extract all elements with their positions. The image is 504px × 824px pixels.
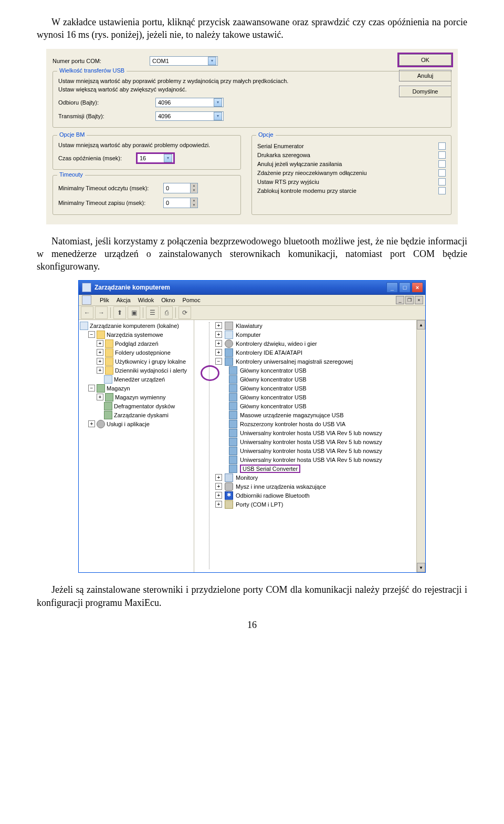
expand-icon[interactable]: + [97, 358, 103, 365]
spinner-down-icon[interactable]: ▼ [190, 188, 197, 193]
expand-icon[interactable]: + [97, 340, 103, 347]
minimize-button[interactable]: _ [386, 282, 398, 293]
list-item-label: Główny koncentrator USB [240, 403, 307, 409]
option-label: Ustaw RTS przy wyjściu [257, 179, 319, 185]
list-item[interactable]: Główny koncentrator USB [215, 384, 425, 393]
tree-pane[interactable]: Zarządzanie komputerem (lokalne) −Narzęd… [79, 320, 194, 572]
list-item[interactable]: −Kontrolery uniwersalnej magistrali szer… [215, 357, 425, 366]
collapse-icon[interactable]: − [215, 358, 222, 365]
tree-item[interactable]: Magazyn wymienny [115, 394, 166, 400]
list-item[interactable]: Uniwersalny kontroler hosta USB VIA Rev … [215, 455, 425, 464]
scroll-up-icon[interactable]: ▲ [417, 320, 425, 329]
expand-icon[interactable]: + [215, 474, 222, 481]
list-item[interactable]: Uniwersalny kontroler hosta USB VIA Rev … [215, 428, 425, 437]
option-checkbox[interactable] [438, 187, 446, 194]
expand-icon[interactable]: + [97, 367, 103, 374]
tree-root[interactable]: Zarządzanie komputerem (lokalne) [90, 323, 179, 329]
expand-icon[interactable]: + [215, 322, 222, 329]
list-item[interactable]: Uniwersalny kontroler hosta USB VIA Rev … [215, 437, 425, 446]
tree-item[interactable]: Defragmentator dysków [114, 403, 175, 409]
list-item[interactable]: +Mysz i inne urządzenia wskazujące [215, 482, 425, 491]
show-hide-button[interactable]: ▣ [128, 306, 140, 319]
usb-icon [229, 465, 237, 473]
list-item[interactable]: Główny koncentrator USB [215, 375, 425, 384]
menu-item-window[interactable]: Okno [161, 297, 175, 303]
list-item[interactable]: Główny koncentrator USB [215, 366, 425, 375]
mdi-restore-button[interactable]: ❐ [405, 296, 414, 304]
option-checkbox[interactable] [438, 178, 446, 186]
close-button[interactable]: × [412, 282, 423, 293]
vertical-scrollbar[interactable]: ▲ ▼ [416, 320, 425, 572]
menu-item-view[interactable]: Widok [138, 297, 154, 303]
list-pane[interactable]: +Klawiatury+Komputer+Kontrolery dźwięku,… [194, 320, 425, 572]
gear-icon [225, 339, 233, 348]
list-item[interactable]: Rozszerzony kontroler hosta do USB VIA [215, 419, 425, 428]
tree-item[interactable]: Podgląd zdarzeń [115, 341, 159, 347]
option-checkbox[interactable] [438, 151, 446, 159]
collapse-icon[interactable]: − [88, 385, 95, 392]
expand-icon[interactable]: + [215, 483, 222, 490]
expand-icon[interactable]: + [97, 394, 103, 400]
list-item[interactable]: +Kontrolery dźwięku, wideo i gier [215, 339, 425, 348]
spinner-down-icon[interactable]: ▼ [190, 203, 197, 208]
timeout-write-spinner[interactable]: 0 ▲▼ [163, 198, 198, 208]
list-item[interactable]: +✱Odbiorniki radiowe Bluetooth [215, 491, 425, 500]
refresh-button[interactable]: ⟳ [178, 306, 191, 319]
list-item[interactable]: Uniwersalny kontroler hosta USB VIA Rev … [215, 446, 425, 455]
list-item[interactable]: Masowe urządzenie magazynujące USB [215, 410, 425, 419]
nav-back-button[interactable]: ← [81, 306, 93, 319]
ok-button[interactable]: OK [399, 54, 452, 66]
option-checkbox[interactable] [438, 169, 446, 177]
up-button[interactable]: ⬆ [113, 306, 126, 319]
usb-icon [229, 366, 237, 375]
mdi-close-button[interactable]: × [415, 296, 423, 304]
tree-item[interactable]: Foldery udostępnione [115, 349, 171, 356]
tree-item-storage[interactable]: Magazyn [107, 385, 130, 392]
figure-device-manager: Zarządzanie komputerem _ □ × Plik Akcja … [37, 280, 467, 573]
expand-icon[interactable]: + [215, 349, 222, 356]
timeout-read-spinner[interactable]: 0 ▲▼ [163, 183, 198, 193]
list-item[interactable]: USB Serial Converter [215, 464, 425, 473]
tx-dropdown[interactable]: 4096 ▾ [155, 111, 224, 121]
chevron-down-icon: ▾ [214, 112, 222, 120]
latency-value: 16 [140, 155, 146, 161]
tree-item[interactable]: Dzienniki wydajności i alerty [115, 367, 187, 374]
expand-icon[interactable]: + [215, 501, 222, 508]
list-item[interactable]: Główny koncentrator USB [215, 401, 425, 410]
mdi-minimize-button[interactable]: _ [396, 296, 404, 304]
maximize-button[interactable]: □ [399, 282, 411, 293]
list-item[interactable]: +Porty (COM i LPT) [215, 500, 425, 509]
list-item-label: Komputer [236, 332, 261, 338]
option-checkbox[interactable] [438, 142, 446, 150]
tree-item[interactable]: Użytkownicy i grupy lokalne [115, 358, 186, 365]
rx-dropdown[interactable]: 4096 ▾ [155, 98, 224, 107]
expand-icon[interactable]: + [215, 340, 222, 347]
expand-icon[interactable]: + [215, 492, 222, 499]
scroll-down-icon[interactable]: ▼ [417, 563, 425, 572]
expand-icon[interactable]: + [97, 349, 103, 356]
list-item-label: Uniwersalny kontroler hosta USB VIA Rev … [240, 439, 382, 445]
menu-item-file[interactable]: Plik [100, 297, 109, 303]
spinner-up-icon[interactable]: ▲ [190, 198, 197, 203]
menu-item-action[interactable]: Akcja [117, 297, 131, 303]
list-item[interactable]: +Komputer [215, 330, 425, 339]
list-item[interactable]: Główny koncentrator USB [215, 393, 425, 401]
latency-dropdown[interactable]: 16 ▾ [137, 153, 174, 163]
menu-item-help[interactable]: Pomoc [183, 297, 201, 303]
collapse-icon[interactable]: − [88, 331, 95, 338]
expand-icon[interactable]: + [88, 420, 95, 427]
print-button[interactable]: ⎙ [160, 306, 173, 319]
list-item[interactable]: +Klawiatury [215, 321, 425, 330]
nav-forward-button[interactable]: → [95, 306, 108, 319]
option-checkbox[interactable] [438, 160, 446, 168]
tree-item-services[interactable]: Usługi i aplikacje [107, 421, 150, 427]
tree-item[interactable]: Menedżer urządzeń [114, 376, 165, 383]
list-item[interactable]: +Monitory [215, 473, 425, 482]
spinner-up-icon[interactable]: ▲ [190, 183, 197, 188]
properties-button[interactable]: ☰ [146, 306, 159, 319]
tree-item-tools[interactable]: Narzędzia systemowe [107, 332, 163, 338]
list-item[interactable]: +Kontrolery IDE ATA/ATAPI [215, 348, 425, 357]
expand-icon[interactable]: + [215, 331, 222, 338]
tree-item[interactable]: Zarządzanie dyskami [114, 412, 169, 418]
com-port-dropdown[interactable]: COM1 ▾ [150, 56, 218, 66]
